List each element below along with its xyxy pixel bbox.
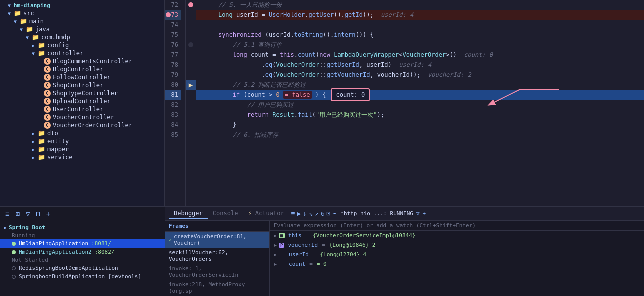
- thread-filter-icon[interactable]: ▽: [416, 210, 420, 217]
- code-line-83: return Result.fail("用户已经购买过一次");: [196, 110, 644, 120]
- debug-icons: ≡ ▶ ↓ ↘ ↗ ↻ ⊡ ⋯: [291, 210, 337, 218]
- run-item-app1[interactable]: HmDianPingApplication :8081/: [0, 240, 165, 248]
- status-dot-green-2: [12, 250, 16, 254]
- sidebar-item-voucherordercontroller[interactable]: C VoucherOrderController: [0, 122, 164, 130]
- var-item-voucherid[interactable]: ▶ P voucherId = {Long@10846} 2: [270, 240, 644, 250]
- springboot-label: Spring Boot: [9, 224, 45, 231]
- code-area: // 5. 一人只能抢一份 Long userId = UserHolder.g…: [196, 0, 644, 206]
- springboot-section[interactable]: ▶ Spring Boot: [0, 224, 165, 232]
- line-num-74: 74: [165, 20, 181, 30]
- sidebar-item-service[interactable]: ▶ 📁 service: [0, 154, 164, 162]
- line-numbers: 72 73 74 75 76 77 78 79 80 81 82 83 84 8…: [165, 0, 186, 206]
- run-content: ▶ Spring Boot Running HmDianPingApplicat…: [0, 222, 165, 283]
- sidebar-title: ▼ hm-dianping: [0, 2, 164, 10]
- debugger-panel: Debugger Console ⚡ Actuator ≡ ▶ ↓ ↘ ↗ ↻ …: [165, 207, 644, 296]
- sidebar-item-followcontroller[interactable]: C FollowController: [0, 74, 164, 82]
- run-item-app2[interactable]: HmDianPingApplication2 :8082/: [0, 248, 165, 256]
- tab-debugger[interactable]: Debugger: [169, 209, 208, 219]
- line-num-80: 80: [165, 80, 181, 90]
- sidebar-item-controller[interactable]: ▼ 📁 controller: [0, 50, 164, 58]
- thread-add-icon[interactable]: +: [423, 210, 426, 217]
- debug-icon-stepover[interactable]: ↓: [303, 210, 307, 218]
- var-item-userid[interactable]: ▶ userId = {Long@12704} 4: [270, 250, 644, 260]
- sidebar-item-blogcontroller[interactable]: C BlogController: [0, 66, 164, 74]
- run-item-redis[interactable]: RedisSpringBootDemoApplication: [0, 264, 165, 272]
- sidebar-item-usercontroller[interactable]: C UserController: [0, 106, 164, 114]
- frame-item-3[interactable]: invoke:218, MethodProxy (org.sp: [165, 280, 269, 296]
- run-item-springboot[interactable]: SpringbootBuildApplication [devtools]: [0, 272, 165, 281]
- code-line-84: }: [196, 120, 644, 130]
- sidebar-item-entity[interactable]: ▶ 📁 entity: [0, 138, 164, 146]
- eval-bar[interactable]: Evaluate expression (Enter) or add a wat…: [270, 221, 644, 231]
- project-title: hm-dianping: [14, 2, 50, 9]
- debug-main: Frames ✓ createVoucherOrder:81, Voucher(…: [165, 221, 644, 296]
- debug-icon-resume[interactable]: ▶: [297, 210, 301, 218]
- code-line-74: [196, 20, 644, 30]
- status-dot-green: [12, 242, 16, 246]
- line-num-75: 75: [165, 30, 181, 40]
- code-line-76: // 5.1 查询订单: [196, 40, 644, 50]
- debug-icon-more[interactable]: ⋯: [332, 210, 336, 218]
- sidebar-item-vouchercontroller[interactable]: C VoucherController: [0, 114, 164, 122]
- line-num-76: 76: [165, 40, 181, 50]
- debug-icon-run-to-cursor[interactable]: ↻: [321, 210, 325, 218]
- sidebar-item-main[interactable]: ▼ 📁 main: [0, 18, 164, 26]
- frames-panel: Frames ✓ createVoucherOrder:81, Voucher(…: [165, 221, 270, 296]
- debug-icon-stepinto[interactable]: ↘: [309, 210, 313, 218]
- sidebar-item-mapper[interactable]: ▶ 📁 mapper: [0, 146, 164, 154]
- tab-actuator[interactable]: ⚡ Actuator: [243, 209, 289, 219]
- code-line-79: .eq(VoucherOrder::getVoucherId, voucherI…: [196, 70, 644, 80]
- frame-item-2[interactable]: invoke:-1, VoucherOrderServiceIn: [165, 264, 269, 280]
- line-num-85: 85: [165, 130, 181, 140]
- code-line-85: // 6. 扣减库存: [196, 130, 644, 140]
- sidebar-item-blogcommentscontroller[interactable]: C BlogCommentsController: [0, 58, 164, 66]
- editor: 72 73 74 75 76 77 78 79 80 81 82 83 84 8…: [165, 0, 644, 206]
- line-num-83: 83: [165, 110, 181, 120]
- collapse-arrow[interactable]: ▼: [8, 3, 14, 8]
- line-num-84: 84: [165, 120, 181, 130]
- tab-console[interactable]: Console: [208, 209, 243, 219]
- line-num-82: 82: [165, 100, 181, 110]
- debug-icon-1[interactable]: ≡: [291, 210, 295, 218]
- frame-item-1[interactable]: seckillVoucher:62, VoucherOrders: [165, 248, 269, 264]
- marker-77: [188, 42, 193, 48]
- var-item-this[interactable]: ▶ ■ this = {VoucherOrderServiceImpl@1084…: [270, 231, 644, 240]
- toolbar-btn-add[interactable]: +: [45, 209, 52, 219]
- line-num-72: 72: [165, 0, 181, 10]
- code-line-81: if (count > 0 = false ) { count: 0: [196, 90, 644, 100]
- toolbar-btn-pin[interactable]: ⊓: [34, 209, 41, 219]
- sidebar-item-comhmdp[interactable]: ▼ 📁 com.hmdp: [0, 34, 164, 42]
- debug-icon-eval[interactable]: ⊡: [327, 210, 331, 218]
- sidebar-item-shopcontroller[interactable]: C ShopController: [0, 82, 164, 90]
- code-line-73: Long userId = UserHolder.getUser().getId…: [196, 10, 644, 20]
- run-toolbar: ≡ ⊞ ▽ ⊓ +: [0, 207, 165, 222]
- debug-icon-stepout[interactable]: ↗: [315, 210, 319, 218]
- sidebar-item-uploadcontroller[interactable]: C UploadController: [0, 98, 164, 106]
- toolbar-btn-filter[interactable]: ▽: [24, 209, 31, 219]
- frame-item-0[interactable]: ✓ createVoucherOrder:81, Voucher(: [165, 232, 269, 248]
- editor-content: 72 73 74 75 76 77 78 79 80 81 82 83 84 8…: [165, 0, 644, 206]
- toolbar-btn-1[interactable]: ≡: [4, 209, 11, 219]
- breakpoint-73[interactable]: [188, 2, 193, 8]
- code-line-82: // 用户已购买过: [196, 100, 644, 110]
- line-num-81[interactable]: 81: [165, 90, 181, 100]
- frames-header: Frames: [165, 221, 269, 232]
- sidebar: ▼ hm-dianping ▼ 📁 src ▼ 📁 main ▼ 📁 java …: [0, 0, 165, 206]
- sidebar-item-dto[interactable]: ▶ 📁 dto: [0, 130, 164, 138]
- sidebar-item-src[interactable]: ▼ 📁 src: [0, 10, 164, 18]
- sidebar-item-java[interactable]: ▼ 📁 java: [0, 26, 164, 34]
- code-line-77: long count = this.count(new LambdaQueryW…: [196, 50, 644, 60]
- code-line-78: .eq(VoucherOrder::getUserId, userId) use…: [196, 60, 644, 70]
- status-dot-gray: [12, 266, 16, 270]
- code-line-80: // 5.2 判断是否已经抢过: [196, 80, 644, 90]
- sidebar-item-shoptypecontroller[interactable]: C ShopTypeController: [0, 90, 164, 98]
- sidebar-item-config[interactable]: ▶ 📁 config: [0, 42, 164, 50]
- bottom-panel: ≡ ⊞ ▽ ⊓ + ▶ Spring Boot Running HmDianPi…: [0, 206, 644, 296]
- line-num-73[interactable]: 73: [165, 10, 181, 20]
- var-item-count[interactable]: ▶ count = = 0: [270, 260, 644, 269]
- debug-arrow-81: ▶: [189, 81, 193, 89]
- line-num-77: 77: [165, 50, 181, 60]
- thread-info: *http-nio-...: RUNNING ▽ +: [340, 210, 426, 217]
- toolbar-btn-2[interactable]: ⊞: [14, 209, 21, 219]
- variables-panel: Evaluate expression (Enter) or add a wat…: [270, 221, 644, 296]
